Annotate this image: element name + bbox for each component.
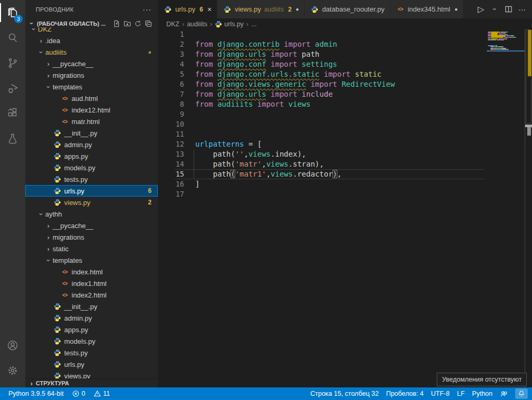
code-editor[interactable]: 12from django.contrib import admin3from …	[158, 29, 532, 387]
run-debug-icon[interactable]	[0, 76, 25, 101]
tree-item-.idea[interactable]: ›.idea	[25, 35, 158, 46]
code-line-16[interactable]: 16]	[158, 179, 532, 189]
breadcrumb: DKZ›audiiits›urls.py›...	[158, 18, 532, 29]
sidebar-header: ПРОВОДНИК ···	[25, 0, 158, 18]
tree-item-admin.py[interactable]: admin.py	[25, 139, 158, 150]
tab-database_roouter.py[interactable]: database_roouter.py	[305, 0, 390, 18]
code-line-14[interactable]: 14 path('matr',views.stran),	[158, 159, 532, 169]
tree-item-apps.py[interactable]: apps.py	[25, 150, 158, 162]
code-line-8[interactable]: 8from audiiits import views	[158, 99, 532, 109]
tree-item-__pycache__[interactable]: ›__pycache__	[25, 58, 158, 69]
status-lf[interactable]: LF	[457, 390, 465, 397]
tree-item-index1.html[interactable]: <>index1.html	[25, 278, 158, 289]
code-line-9[interactable]: 9	[158, 109, 532, 119]
tree-item-label: __init__.py	[64, 303, 97, 311]
tree-item-matr.html[interactable]: <>matr.html	[25, 116, 158, 127]
tab-label: index345.html	[408, 5, 450, 13]
code-line-17[interactable]: 17	[158, 189, 532, 199]
tree-item-apps.py[interactable]: apps.py	[25, 324, 158, 335]
activity-bar: 3	[0, 0, 25, 387]
tree-item-models.py[interactable]: models.py	[25, 162, 158, 173]
breadcrumb-item-DKZ[interactable]: DKZ	[166, 20, 179, 28]
source-control-icon[interactable]	[0, 50, 25, 76]
code-line-11[interactable]: 11	[158, 129, 532, 139]
tree-item-__init__.py[interactable]: __init__.py	[25, 127, 158, 139]
search-icon[interactable]	[0, 25, 25, 50]
status-feedback-item[interactable]	[500, 390, 508, 398]
tree-item-index.html[interactable]: <>index.html	[25, 266, 158, 278]
code-line-5[interactable]: 5from django.conf.urls.static import sta…	[158, 69, 532, 79]
tab-index345.html[interactable]: <>index345.html●	[390, 0, 464, 18]
tree-item-tests.py[interactable]: tests.py	[25, 347, 158, 358]
tab-problems-badge: 2	[288, 6, 292, 13]
code-line-3[interactable]: 3from django.urls import path	[158, 49, 532, 59]
tree-item-aythh[interactable]: ›aythh	[25, 208, 158, 220]
code-line-4[interactable]: 4from django.conf import settings	[158, 59, 532, 69]
tree-item-audiiits[interactable]: ›audiiits●	[25, 46, 158, 58]
refresh-icon[interactable]	[133, 19, 143, 28]
extensions-icon[interactable]	[0, 101, 25, 126]
code-line-12[interactable]: 12urlpatterns = [	[158, 139, 532, 149]
tab-label: views.py	[235, 5, 261, 13]
tree-item-models.py[interactable]: models.py	[25, 335, 158, 347]
status-строка-15-столбец-32[interactable]: Строка 15, столбец 32	[310, 390, 379, 397]
code-line-6[interactable]: 6from django.views.generic import Redire…	[158, 79, 532, 89]
tree-item-admin.py[interactable]: admin.py	[25, 312, 158, 324]
code-line-1[interactable]: 1	[158, 29, 532, 39]
tree-item-DKZ[interactable]: ›DKZ	[25, 27, 158, 35]
account-icon[interactable]	[0, 333, 25, 358]
tree-item-index12.html[interactable]: <>index12.html	[25, 104, 158, 116]
tree-item-views.py[interactable]: views.py	[25, 370, 158, 378]
tree-item-migrations[interactable]: ›migrations	[25, 231, 158, 243]
tree-item-aud.html[interactable]: <>aud.html	[25, 93, 158, 104]
status-warning-item[interactable]: 11	[94, 390, 110, 397]
scrollbar[interactable]	[525, 29, 532, 387]
tree-item-index2.html[interactable]: <>index2.html	[25, 289, 158, 301]
tree-item-__pycache__[interactable]: ›__pycache__	[25, 220, 158, 231]
tree-item-label: urls.py	[64, 187, 84, 195]
tree-item-migrations[interactable]: ›migrations	[25, 69, 158, 81]
close-icon[interactable]: ×	[207, 5, 212, 14]
warning-icon	[94, 390, 101, 397]
split-editor-icon[interactable]	[503, 3, 514, 16]
status-python[interactable]: Python	[472, 390, 493, 397]
status-error-item[interactable]: 0	[72, 390, 85, 397]
collapse-all-icon[interactable]	[143, 19, 154, 28]
status-bell-item[interactable]	[515, 388, 528, 399]
breadcrumb-item-urls.py[interactable]: urls.py	[215, 20, 244, 28]
tab-urls.py[interactable]: urls.py6×	[158, 0, 217, 18]
tree-item-tests.py[interactable]: tests.py	[25, 173, 158, 185]
status-python-3-9-5-64-bit[interactable]: Python 3.9.5 64-bit	[8, 390, 64, 397]
explorer-icon[interactable]: 3	[0, 0, 25, 25]
tree-item-static[interactable]: ›static	[25, 243, 158, 254]
sidebar-more-icon[interactable]: ···	[143, 5, 152, 14]
modified-dot-badge: ●	[148, 49, 152, 55]
testing-icon[interactable]	[0, 126, 25, 151]
python-file-icon	[54, 187, 61, 194]
outline-section-header[interactable]: › СТРУКТУРА	[25, 378, 158, 387]
code-line-15[interactable]: 15 path('matr1',views.redactor),	[158, 169, 532, 179]
tree-item-templates[interactable]: ›templates	[25, 254, 158, 266]
new-file-icon[interactable]	[112, 19, 122, 28]
tree-item-templates[interactable]: ›templates	[25, 81, 158, 93]
code-line-13[interactable]: 13 path('',views.index),	[158, 149, 532, 159]
code-line-7[interactable]: 7from django.urls import include	[158, 89, 532, 99]
breadcrumb-item-...[interactable]: ...	[251, 20, 256, 28]
settings-gear-icon[interactable]	[0, 358, 25, 383]
tree-item-__init__.py[interactable]: __init__.py	[25, 301, 158, 312]
run-dropdown-icon[interactable]: ›	[489, 3, 500, 16]
tree-item-urls.py[interactable]: urls.py6	[25, 185, 158, 197]
breadcrumb-item-audiiits[interactable]: audiiits	[187, 20, 207, 28]
tree-item-urls.py[interactable]: urls.py	[25, 358, 158, 370]
tree-item-views.py[interactable]: views.py2	[25, 197, 158, 208]
run-button[interactable]: ▷	[475, 3, 487, 16]
new-folder-icon[interactable]	[122, 19, 133, 28]
status-utf-8[interactable]: UTF-8	[431, 390, 449, 397]
code-line-2[interactable]: 2from django.contrib import admin	[158, 39, 532, 49]
code-line-10[interactable]: 10	[158, 119, 532, 129]
tab-views.py[interactable]: views.pyaudiiits2●	[217, 0, 305, 18]
html-file-icon: <>	[62, 107, 67, 113]
minimap[interactable]	[487, 29, 525, 387]
status-пробелов-4[interactable]: Пробелов: 4	[386, 390, 424, 397]
editor-more-icon[interactable]: ···	[516, 3, 528, 16]
